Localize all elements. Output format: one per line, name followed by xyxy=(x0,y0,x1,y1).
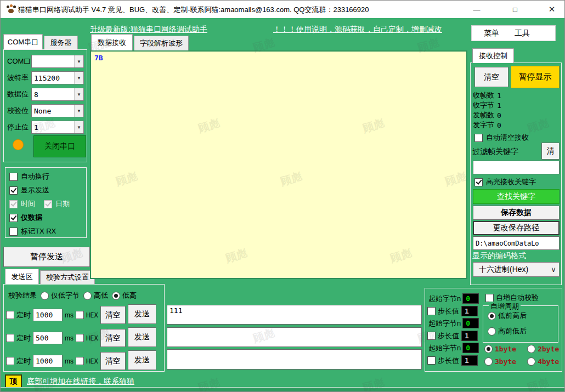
menu-item-menu[interactable]: 菜单 xyxy=(476,29,507,38)
tab-com-serial[interactable]: COM串口 xyxy=(3,34,43,49)
auto-clear-receive-option[interactable]: 自动清空接收 xyxy=(474,133,529,143)
highlight-keyword-option[interactable]: 高亮接收关键字 xyxy=(474,177,536,187)
option-mark-txrx[interactable]: 标记TX RX xyxy=(9,226,56,236)
pause-display-button[interactable]: 暂停显示 xyxy=(511,66,560,88)
radio-low-high[interactable]: 低高 xyxy=(112,291,137,300)
timer-label: 定时 xyxy=(16,356,31,366)
data-bits-row: 数据位 8 ▼ xyxy=(7,88,84,101)
radio-4byte[interactable]: 4byte xyxy=(527,357,559,366)
byte-width-row-1: 1byte 2byte xyxy=(484,345,559,353)
close-serial-button[interactable]: 关闭串口 xyxy=(33,135,86,157)
start-byte-field[interactable]: 0 xyxy=(462,343,479,353)
radio-low-first-high-last[interactable]: 低前高后 xyxy=(488,311,527,321)
hex-label: HEX xyxy=(86,311,98,319)
send-text-input-1[interactable]: 111 xyxy=(167,305,422,325)
clear-send-button[interactable]: 清空 xyxy=(100,352,126,370)
hex-checkbox-icon[interactable] xyxy=(76,357,84,365)
radio-label: 低高 xyxy=(122,291,137,300)
radio-3byte[interactable]: 3byte xyxy=(484,357,516,366)
radio-label: 高前低后 xyxy=(498,326,527,336)
maximize-button[interactable]: □ xyxy=(502,1,528,18)
baud-rate-select[interactable]: 115200 ▼ xyxy=(31,71,84,84)
tab-checksum-settings[interactable]: 校验方式设置 xyxy=(40,270,95,284)
timer-interval-input[interactable]: 1000 xyxy=(33,309,63,321)
radio-low-byte-only[interactable]: 仅低字节 xyxy=(41,291,80,300)
encoding-select[interactable]: 十六进制(Hex) ∨ xyxy=(473,262,560,277)
parity-select[interactable]: None ▼ xyxy=(31,104,84,117)
increment-step-row-2[interactable]: 步长值 1 xyxy=(427,331,478,341)
start-byte-field[interactable]: 0 xyxy=(462,293,479,304)
step-checkbox-icon xyxy=(427,356,436,365)
footer-link[interactable]: 底部可增加在线链接，联系猫猫 xyxy=(27,377,134,387)
data-bits-select[interactable]: 8 ▼ xyxy=(31,88,84,101)
pause-send-button[interactable]: 暂停发送 xyxy=(3,247,90,267)
send-button[interactable]: 发送 xyxy=(128,304,156,324)
timer-checkbox-icon[interactable] xyxy=(6,334,14,342)
timer-checkbox-icon[interactable] xyxy=(6,357,14,365)
filter-keyword-input[interactable] xyxy=(473,161,560,174)
start-byte-field[interactable]: 0 xyxy=(462,318,479,328)
clear-send-button[interactable]: 清空 xyxy=(100,306,126,324)
clear-receive-button[interactable]: 清空 xyxy=(474,67,508,87)
radio-2byte[interactable]: 2byte xyxy=(527,345,559,353)
step-label: 步长值 xyxy=(438,356,459,366)
stat-tx-frames: 发帧数 0 xyxy=(473,110,501,120)
increment-step-row-1[interactable]: 步长值 1 xyxy=(427,306,478,316)
timer-interval-input[interactable]: 1000 xyxy=(33,355,63,367)
close-button[interactable]: ✕ xyxy=(539,1,564,18)
radio-high-first-low-last[interactable]: 高前低后 xyxy=(488,326,527,336)
timer-checkbox-icon[interactable] xyxy=(6,311,14,319)
step-checkbox-icon xyxy=(427,332,436,340)
stop-bits-select[interactable]: 1 ▼ xyxy=(31,121,84,134)
option-label: 自动换行 xyxy=(21,172,49,181)
combo-arrow-icon: ▼ xyxy=(74,72,83,84)
filter-clear-button[interactable]: 清 xyxy=(541,143,560,160)
menu-bar: 菜单 工具 xyxy=(471,25,556,41)
save-path-field[interactable]: D:\amaoComDataLo xyxy=(473,236,560,250)
step-value-field[interactable]: 1 xyxy=(461,331,478,341)
receive-log-area[interactable]: 7B xyxy=(90,50,467,279)
option-data-only[interactable]: 仅数据 xyxy=(9,213,42,223)
serial-status-indicator xyxy=(13,139,24,150)
clear-send-button[interactable]: 清空 xyxy=(100,329,126,347)
radio-1byte[interactable]: 1byte xyxy=(484,345,516,353)
find-keyword-button[interactable]: 查找关键字 xyxy=(473,189,560,204)
tab-field-parse-wave[interactable]: 字段解析波形 xyxy=(134,36,189,50)
increment-start-row-3: 起始字节n 0 xyxy=(428,343,479,353)
stat-value: 0 xyxy=(497,121,501,129)
checkbox-icon xyxy=(9,173,18,181)
com-port-select[interactable]: ▼ xyxy=(31,55,84,68)
minimize-button[interactable]: — xyxy=(464,1,489,18)
send-button[interactable]: 发送 xyxy=(128,350,156,370)
baud-rate-value: 115200 xyxy=(32,73,74,83)
usage-link[interactable]: ！！！使用说明，源码获取，自己定制，增删减改 xyxy=(273,25,442,35)
send-button[interactable]: 发送 xyxy=(128,327,156,347)
step-value-field[interactable]: 1 xyxy=(461,306,478,316)
change-save-path-button[interactable]: 更改保存路径 xyxy=(473,221,560,235)
send-row-2: 定时 500 ms HEX 清空 发送 xyxy=(6,329,156,347)
checkbox-icon[interactable] xyxy=(9,200,18,208)
increment-step-row-3[interactable]: 步长值 1 xyxy=(427,355,478,366)
upgrade-link[interactable]: 升级最新版:猫猫串口网络调试助手 xyxy=(90,25,207,35)
tab-data-receive[interactable]: 数据接收 xyxy=(91,34,133,50)
radio-label: 低前高后 xyxy=(498,311,527,321)
hex-checkbox-icon[interactable] xyxy=(76,311,84,319)
save-data-button[interactable]: 保存数据 xyxy=(473,206,560,220)
timer-interval-input[interactable]: 500 xyxy=(33,332,63,344)
send-text-input-2[interactable] xyxy=(167,327,422,347)
parity-label: 校验位 xyxy=(7,106,31,116)
radio-high-low[interactable]: 高低 xyxy=(83,291,108,300)
stat-label: 发帧数 xyxy=(473,110,494,120)
timer-label: 定时 xyxy=(16,333,31,343)
tab-send-area[interactable]: 发送区 xyxy=(5,269,39,284)
hex-checkbox-icon[interactable] xyxy=(76,334,84,342)
tab-receive-control[interactable]: 接收控制 xyxy=(472,48,514,63)
tab-server[interactable]: 服务器 xyxy=(44,36,78,49)
option-auto-newline[interactable]: 自动换行 xyxy=(9,172,49,181)
option-show-send[interactable]: 显示发送 xyxy=(9,185,49,195)
send-text-input-3[interactable] xyxy=(167,349,422,370)
step-value-field[interactable]: 1 xyxy=(461,355,478,366)
checkbox-icon[interactable] xyxy=(44,200,52,208)
menu-item-tools[interactable]: 工具 xyxy=(507,29,538,38)
ms-label: ms xyxy=(65,311,74,319)
